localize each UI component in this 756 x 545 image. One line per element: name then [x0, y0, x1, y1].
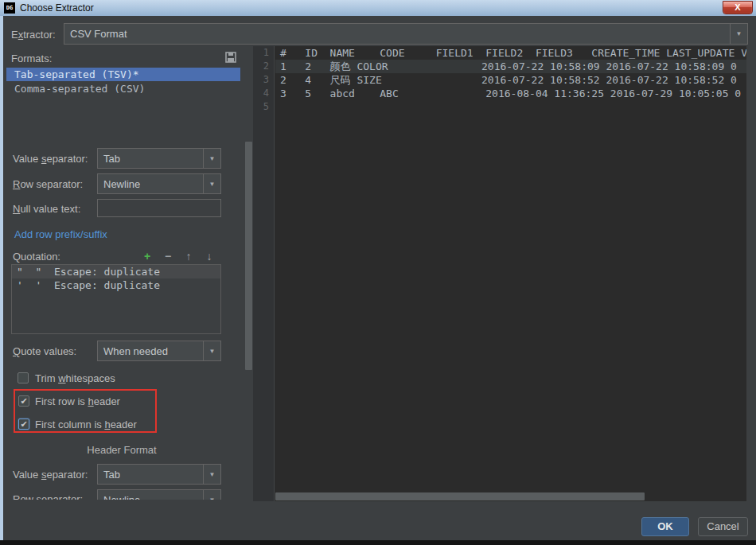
null-value-label: Null value text: — [13, 203, 80, 215]
editor-vertical-scrollbar-track[interactable] — [746, 46, 756, 501]
editor-gutter: 1 2 3 4 5 — [253, 46, 275, 501]
format-list-item-tsv[interactable]: Tab-separated (TSV)* — [6, 68, 240, 81]
row-separator-combobox[interactable]: Newline ▼ — [97, 173, 221, 194]
line-number: 2 — [253, 60, 269, 72]
quotation-label: Quotation: — [13, 251, 60, 263]
add-icon[interactable]: + — [140, 250, 154, 263]
close-icon: X — [735, 2, 740, 12]
trim-whitespaces-checkbox[interactable] — [18, 372, 29, 383]
formats-label: Formats: — [11, 53, 52, 64]
quote-values-combobox[interactable]: When needed ▼ — [97, 341, 221, 361]
row-separator-label: Row separator: — [13, 178, 83, 190]
first-row-header-checkbox[interactable]: ✔ — [18, 395, 29, 407]
hf-row-separator-combobox[interactable]: Newline ▼ — [97, 489, 221, 500]
preview-line: 1 2 颜色 COLOR 2016-07-22 10:58:09 2016-07… — [280, 60, 737, 73]
trim-whitespaces-label: Trim whitespaces — [35, 372, 115, 384]
save-icon[interactable] — [225, 52, 236, 63]
extractor-label: Extractor: — [11, 29, 56, 41]
window-title: Choose Extractor — [20, 2, 94, 14]
extractor-value: CSV Format — [64, 28, 730, 40]
datagrip-app-icon: DG — [4, 2, 15, 14]
hf-row-separator-value: Newline — [98, 494, 203, 500]
value-separator-value: Tab — [98, 153, 203, 165]
remove-icon[interactable]: − — [161, 250, 175, 263]
chevron-down-icon[interactable]: ▼ — [203, 174, 220, 193]
preview-line: 2 4 尺码 SIZE 2016-07-22 10:58:52 2016-07-… — [280, 73, 737, 87]
format-options-panel: Formats: Tab-separated (TSV)* Comma-sepa… — [3, 46, 240, 500]
line-number: 5 — [253, 101, 269, 112]
format-list-item-csv[interactable]: Comma-separated (CSV) — [6, 82, 240, 95]
left-panel-scrollbar[interactable] — [245, 142, 252, 370]
first-column-header-checkbox[interactable]: ✔ — [18, 418, 29, 430]
quotation-row[interactable]: ' ' Escape: duplicate — [12, 278, 220, 292]
title-bar[interactable]: DG Choose Extractor X — [0, 0, 756, 16]
chevron-down-icon[interactable]: ▼ — [203, 490, 220, 500]
header-format-title: Header Format — [3, 444, 240, 456]
preview-line: 3 5 abcd ABC 2016-08-04 11:36:25 2016-07… — [280, 87, 741, 100]
chevron-down-icon[interactable]: ▼ — [730, 24, 747, 44]
hf-value-separator-label: Value separator: — [13, 469, 88, 481]
quotation-row[interactable]: " " Escape: duplicate — [12, 265, 220, 278]
preview-line: # ID NAME CODE FIELD1 FIELD2 FIELD3 CREA… — [280, 46, 746, 60]
quote-values-value: When needed — [98, 345, 203, 357]
chevron-down-icon[interactable]: ▼ — [203, 149, 220, 168]
quotation-list: " " Escape: duplicate ' ' Escape: duplic… — [11, 264, 221, 334]
ok-button[interactable]: OK — [641, 517, 689, 536]
hf-value-separator-combobox[interactable]: Tab ▼ — [97, 464, 221, 485]
first-column-header-label: First column is header — [35, 418, 137, 430]
quote-values-label: Quote values: — [13, 345, 76, 357]
chevron-down-icon[interactable]: ▼ — [203, 341, 220, 360]
line-number: 1 — [253, 47, 269, 58]
close-button[interactable]: X — [723, 1, 753, 14]
row-separator-value: Newline — [98, 178, 203, 190]
move-up-icon[interactable]: ↑ — [181, 250, 196, 263]
add-row-prefix-suffix-link[interactable]: Add row prefix/suffix — [14, 228, 107, 240]
hf-row-separator-label: Row separator: — [13, 493, 83, 500]
line-number: 4 — [253, 88, 269, 99]
preview-editor[interactable]: 1 2 3 4 5 # ID NAME CODE FIELD1 FIELD2 F… — [253, 46, 746, 501]
value-separator-combobox[interactable]: Tab ▼ — [97, 148, 221, 169]
first-row-header-label: First row is header — [35, 395, 120, 407]
value-separator-label: Value separator: — [13, 153, 88, 165]
move-down-icon[interactable]: ↓ — [202, 250, 216, 263]
cancel-button[interactable]: Cancel — [698, 517, 748, 536]
extractor-combobox[interactable]: CSV Format ▼ — [64, 23, 748, 45]
hf-value-separator-value: Tab — [98, 469, 203, 481]
chevron-down-icon[interactable]: ▼ — [203, 465, 220, 484]
editor-horizontal-scrollbar[interactable] — [275, 492, 645, 500]
window-border-bottom — [0, 540, 756, 545]
choose-extractor-dialog: DG Choose Extractor X Extractor: CSV For… — [0, 0, 756, 545]
null-value-input[interactable] — [97, 199, 221, 217]
line-number: 3 — [253, 74, 269, 85]
